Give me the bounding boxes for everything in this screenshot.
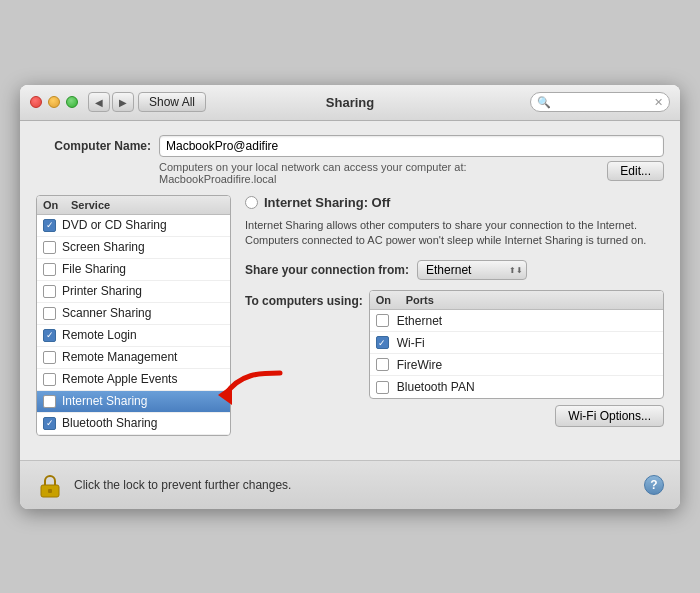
- wifi-options-button[interactable]: Wi-Fi Options...: [555, 405, 664, 427]
- internet-sharing-header: Internet Sharing: Off: [245, 195, 664, 210]
- share-from-row: Share your connection from: Ethernet Wi-…: [245, 260, 664, 280]
- service-checkbox[interactable]: [43, 263, 56, 276]
- internet-sharing-radio[interactable]: [245, 196, 258, 209]
- service-checkbox[interactable]: [43, 241, 56, 254]
- port-label: FireWire: [397, 358, 442, 372]
- service-label: Bluetooth Sharing: [62, 416, 157, 430]
- back-button[interactable]: ◀: [88, 92, 110, 112]
- search-icon: 🔍: [537, 96, 551, 109]
- minimize-button[interactable]: [48, 96, 60, 108]
- services-col-service: Service: [71, 199, 110, 211]
- service-label: Scanner Sharing: [62, 306, 151, 320]
- lock-icon: [36, 471, 64, 499]
- service-label: DVD or CD Sharing: [62, 218, 167, 232]
- share-from-select[interactable]: Ethernet Wi-Fi Bluetooth PAN: [417, 260, 527, 280]
- ports-table: On Ports EthernetWi-FiFireWireBluetooth …: [369, 290, 664, 399]
- sharing-window: ◀ ▶ Show All Sharing 🔍 ✕ Computer Name: …: [20, 85, 680, 509]
- service-checkbox[interactable]: [43, 417, 56, 430]
- search-input[interactable]: [554, 95, 654, 109]
- traffic-lights: [30, 96, 78, 108]
- service-checkbox[interactable]: [43, 307, 56, 320]
- services-header: On Service: [37, 196, 230, 215]
- service-label: Screen Sharing: [62, 240, 145, 254]
- service-checkbox[interactable]: [43, 395, 56, 408]
- footer-text: Click the lock to prevent further change…: [74, 478, 644, 492]
- port-label: Wi-Fi: [397, 336, 425, 350]
- port-checkbox[interactable]: [376, 358, 389, 371]
- port-item[interactable]: FireWire: [370, 354, 663, 376]
- forward-button[interactable]: ▶: [112, 92, 134, 112]
- wifi-options-row: Wi-Fi Options...: [245, 405, 664, 427]
- search-box: 🔍 ✕: [530, 92, 670, 112]
- service-item[interactable]: Screen Sharing: [37, 237, 230, 259]
- share-from-select-wrapper: Ethernet Wi-Fi Bluetooth PAN: [417, 260, 527, 280]
- port-item[interactable]: Bluetooth PAN: [370, 376, 663, 398]
- service-label: Remote Login: [62, 328, 137, 342]
- service-item[interactable]: Printer Sharing: [37, 281, 230, 303]
- ports-col-on: On: [376, 294, 406, 306]
- search-clear-icon[interactable]: ✕: [654, 96, 663, 109]
- services-panel: On Service DVD or CD SharingScreen Shari…: [36, 195, 231, 436]
- share-from-label: Share your connection from:: [245, 263, 409, 277]
- internet-sharing-title: Internet Sharing: Off: [264, 195, 390, 210]
- computer-name-description: Computers on your local network can acce…: [159, 161, 597, 185]
- service-checkbox[interactable]: [43, 351, 56, 364]
- port-label: Bluetooth PAN: [397, 380, 475, 394]
- service-checkbox[interactable]: [43, 329, 56, 342]
- titlebar: ◀ ▶ Show All Sharing 🔍 ✕: [20, 85, 680, 121]
- services-list: DVD or CD SharingScreen SharingFile Shar…: [37, 215, 230, 435]
- port-checkbox[interactable]: [376, 314, 389, 327]
- service-item[interactable]: Remote Apple Events: [37, 369, 230, 391]
- content-area: Computer Name: Computers on your local n…: [20, 121, 680, 450]
- edit-button[interactable]: Edit...: [607, 161, 664, 181]
- window-title: Sharing: [326, 95, 374, 110]
- to-computers-label: To computers using:: [245, 290, 363, 308]
- port-checkbox[interactable]: [376, 381, 389, 394]
- ports-col-port: Ports: [406, 294, 434, 306]
- services-col-on: On: [43, 199, 71, 211]
- service-checkbox[interactable]: [43, 219, 56, 232]
- ports-header: On Ports: [370, 291, 663, 310]
- service-item[interactable]: Bluetooth Sharing: [37, 413, 230, 435]
- nav-buttons: ◀ ▶: [88, 92, 134, 112]
- service-item[interactable]: Remote Login: [37, 325, 230, 347]
- footer: Click the lock to prevent further change…: [20, 460, 680, 509]
- port-item[interactable]: Ethernet: [370, 310, 663, 332]
- port-item[interactable]: Wi-Fi: [370, 332, 663, 354]
- svg-rect-1: [48, 489, 52, 493]
- service-item[interactable]: Scanner Sharing: [37, 303, 230, 325]
- service-label: Remote Apple Events: [62, 372, 177, 386]
- ports-area: On Ports EthernetWi-FiFireWireBluetooth …: [369, 290, 664, 399]
- right-panel: Internet Sharing: Off Internet Sharing a…: [245, 195, 664, 436]
- computer-name-label: Computer Name:: [36, 139, 151, 153]
- internet-sharing-description: Internet Sharing allows other computers …: [245, 218, 664, 249]
- ports-list: EthernetWi-FiFireWireBluetooth PAN: [370, 310, 663, 398]
- main-area: On Service DVD or CD SharingScreen Shari…: [36, 195, 664, 436]
- help-button[interactable]: ?: [644, 475, 664, 495]
- service-label: Remote Management: [62, 350, 177, 364]
- port-label: Ethernet: [397, 314, 442, 328]
- computer-name-input[interactable]: [159, 135, 664, 157]
- service-item[interactable]: Remote Management: [37, 347, 230, 369]
- to-computers-row: To computers using: On Ports EthernetWi-…: [245, 290, 664, 399]
- service-checkbox[interactable]: [43, 285, 56, 298]
- computer-name-row: Computer Name:: [36, 135, 664, 157]
- show-all-button[interactable]: Show All: [138, 92, 206, 112]
- service-checkbox[interactable]: [43, 373, 56, 386]
- port-checkbox[interactable]: [376, 336, 389, 349]
- service-item[interactable]: Internet Sharing: [37, 391, 230, 413]
- maximize-button[interactable]: [66, 96, 78, 108]
- service-label: Printer Sharing: [62, 284, 142, 298]
- service-item[interactable]: DVD or CD Sharing: [37, 215, 230, 237]
- service-label: Internet Sharing: [62, 394, 147, 408]
- computer-name-sub: Computers on your local network can acce…: [159, 161, 664, 185]
- service-label: File Sharing: [62, 262, 126, 276]
- service-item[interactable]: File Sharing: [37, 259, 230, 281]
- close-button[interactable]: [30, 96, 42, 108]
